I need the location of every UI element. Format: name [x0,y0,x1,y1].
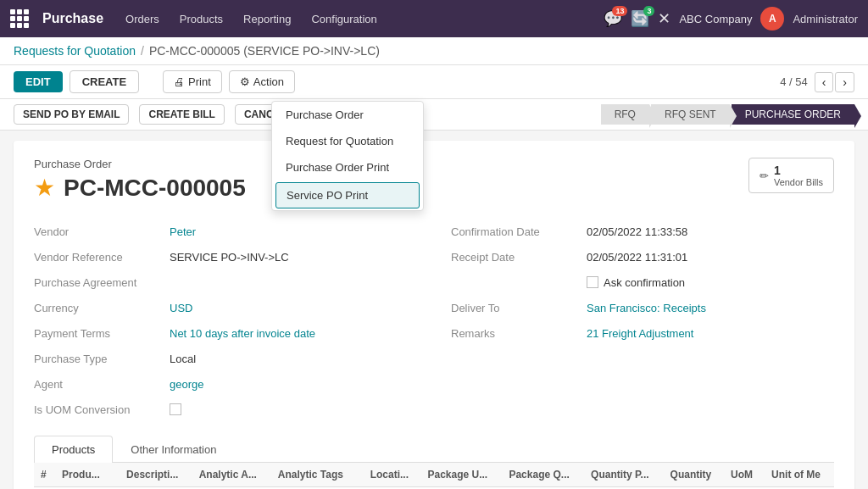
label-confirmation-date: Confirmation Date [451,225,587,238]
value-agent[interactable]: george [170,378,203,391]
action-label: Action [253,75,284,88]
vendor-bills-button[interactable]: ✏ 1 Vendor Bills [748,158,834,193]
breadcrumb-separator: / [141,44,144,58]
top-navigation: Purchase Orders Products Reporting Confi… [0,0,868,37]
label-vendor-ref: Vendor Reference [34,251,170,264]
close-icon[interactable]: ✕ [658,9,670,28]
user-avatar[interactable]: A [760,7,784,31]
action-bar: EDIT CREATE 🖨 Print ⚙ Action Purchase Or… [0,65,868,99]
label-remarks: Remarks [451,327,587,340]
star-icon[interactable]: ★ [34,174,55,202]
field-vendor-ref: Vendor Reference SERVICE PO->INV->LC [34,244,417,270]
value-remarks[interactable]: 21 Freight Adjustment [587,327,693,340]
next-arrow[interactable]: › [835,72,854,92]
print-menu-item-1[interactable]: Request for Quotation [272,128,423,154]
form-left: Vendor Peter Vendor Reference SERVICE PO… [34,219,417,422]
company-name: ABC Company [679,13,752,25]
ask-confirmation-field: Ask confirmation [587,276,685,289]
vendor-bills-count: 1 [774,164,823,177]
status-purchase-order[interactable]: PURCHASE ORDER [732,104,854,125]
print-menu-item-2[interactable]: Purchase Order Print [272,154,423,181]
label-vendor: Vendor [34,225,170,238]
status-rfq[interactable]: RFQ [601,104,649,125]
field-payment-terms: Payment Terms Net 10 days after invoice … [34,320,417,346]
value-payment-terms[interactable]: Net 10 days after invoice date [170,327,315,340]
col-analytic-tags: Analytic Tags [271,463,364,487]
breadcrumb: Requests for Quotation / PC-MCC-000005 (… [0,37,868,65]
form-right: Confirmation Date 02/05/2022 11:33:58 Re… [451,219,834,422]
tab-products[interactable]: Products [34,436,113,463]
col-uom: UoM [724,463,765,487]
value-currency[interactable]: USD [170,302,192,314]
col-quantity: Quantity [664,463,725,487]
edit-button[interactable]: EDIT [14,71,63,92]
field-confirmation-date: Confirmation Date 02/05/2022 11:33:58 [451,219,834,244]
pagination: 4 / 54 ‹ › [780,72,854,92]
col-num: # [34,463,55,487]
user-name: Administrator [793,13,858,25]
app-grid-menu[interactable] [10,9,29,28]
print-dropdown-menu: Purchase Order Request for Quotation Pur… [271,101,424,211]
field-vendor: Vendor Peter [34,219,417,244]
field-agent: Agent george [34,371,417,397]
field-purchase-agreement: Purchase Agreement [34,270,417,295]
print-label: Print [188,75,211,88]
value-purchase-type: Local [170,353,196,365]
table-container: # Produ... Descripti... Analytic A... An… [34,463,834,489]
tab-other-info[interactable]: Other Information [113,436,234,463]
action-button[interactable]: ⚙ Action [229,70,295,93]
uom-conversion-checkbox[interactable] [170,403,181,415]
col-package-u: Package U... [421,463,503,487]
status-flow: RFQ RFQ SENT PURCHASE ORDER [601,104,854,125]
print-button[interactable]: 🖨 Print [163,70,222,93]
create-bill-button[interactable]: CREATE BILL [139,104,224,125]
label-uom-conversion: Is UOM Conversion [34,403,170,416]
nav-orders[interactable]: Orders [117,8,168,31]
app-name: Purchase [42,11,103,26]
field-deliver-to: Deliver To San Francisco: Receipts [451,295,834,320]
label-currency: Currency [34,302,170,314]
col-unit-me: Unit of Me [765,463,834,487]
col-product: Produ... [55,463,120,487]
nav-arrows: ‹ › [815,72,854,92]
nav-configuration[interactable]: Configuration [303,8,385,31]
col-location: Locati... [364,463,421,487]
col-description: Descripti... [120,463,192,487]
col-analytic-a: Analytic A... [192,463,271,487]
create-button[interactable]: CREATE [70,70,139,93]
products-table: # Produ... Descripti... Analytic A... An… [34,463,834,489]
record-type: Purchase Order [34,158,834,170]
field-currency: Currency USD [34,295,417,320]
vendor-bills-label: Vendor Bills [774,177,823,187]
send-po-button[interactable]: SEND PO BY EMAIL [14,104,129,125]
nav-reporting[interactable]: Reporting [235,8,299,31]
form-fields: Vendor Peter Vendor Reference SERVICE PO… [34,219,834,422]
pagination-text: 4 / 54 [780,75,808,88]
col-qty-p: Quantity P... [584,463,663,487]
field-receipt-date: Receipt Date 02/05/2022 11:31:01 [451,244,834,270]
table-header-row: # Produ... Descripti... Analytic A... An… [34,463,834,487]
label-deliver-to: Deliver To [451,302,587,314]
ask-confirmation-checkbox[interactable] [587,276,598,288]
record-id: PC-MCC-000005 [64,175,246,202]
gear-icon: ⚙ [240,75,250,88]
value-receipt-date: 02/05/2022 11:31:01 [587,251,687,264]
breadcrumb-parent[interactable]: Requests for Quotation [14,44,136,58]
value-vendor-ref: SERVICE PO->INV->LC [170,251,289,264]
nav-products[interactable]: Products [171,8,231,31]
nav-right: 💬 13 🔄 3 ✕ ABC Company A Administrator [604,7,858,31]
sub-action-bar: SEND PO BY EMAIL CREATE BILL CANCEL LOCK… [0,99,868,131]
print-menu-item-0[interactable]: Purchase Order [272,102,423,128]
value-vendor[interactable]: Peter [170,225,196,238]
value-confirmation-date: 02/05/2022 11:33:58 [587,225,687,238]
print-menu-item-3[interactable]: Service PO Print [275,182,420,208]
prev-arrow[interactable]: ‹ [815,72,834,92]
value-deliver-to[interactable]: San Francisco: Receipts [587,302,706,314]
messages-button[interactable]: 💬 13 [604,9,622,28]
record-card: ✏ 1 Vendor Bills Purchase Order ★ PC-MCC… [14,141,854,489]
activities-button[interactable]: 🔄 3 [631,9,649,28]
activity-badge: 3 [643,6,654,16]
status-rfq-sent[interactable]: RFQ SENT [651,104,730,125]
label-agent: Agent [34,378,170,391]
breadcrumb-current: PC-MCC-000005 (SERVICE PO->INV->LC) [149,44,380,58]
